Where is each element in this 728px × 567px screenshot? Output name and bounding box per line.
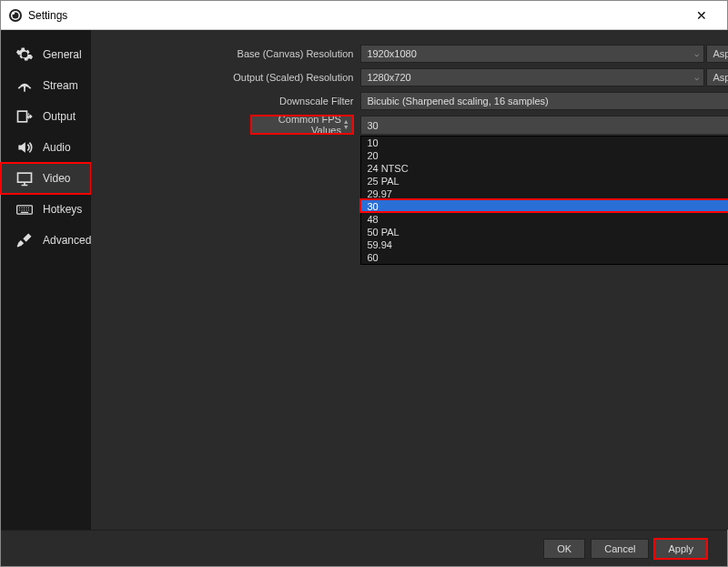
sidebar-item-label: General xyxy=(43,48,82,61)
fps-value: 30 xyxy=(367,120,378,131)
sidebar-item-audio[interactable]: Audio xyxy=(1,132,91,163)
sidebar: General Stream Output Audio Video Hotkey… xyxy=(1,30,91,530)
fps-option[interactable]: 20 xyxy=(361,149,728,162)
app-icon xyxy=(8,8,23,23)
fps-option-selected[interactable]: 30 xyxy=(361,200,728,213)
svg-rect-5 xyxy=(18,111,27,122)
svg-rect-6 xyxy=(18,173,32,182)
fps-option[interactable]: 59.94 xyxy=(361,238,728,251)
sidebar-item-hotkeys[interactable]: Hotkeys xyxy=(1,194,91,225)
fps-option[interactable]: 10 xyxy=(361,137,728,149)
base-resolution-dropdown[interactable]: 1920x1080 ⌵ xyxy=(360,45,704,63)
downscale-filter-label: Downscale Filter xyxy=(91,96,360,106)
output-icon xyxy=(15,107,34,126)
sidebar-item-label: Output xyxy=(43,110,76,123)
window-title: Settings xyxy=(28,9,683,22)
sidebar-item-stream[interactable]: Stream xyxy=(1,70,91,101)
ok-button[interactable]: OK xyxy=(543,539,585,559)
fps-option[interactable]: 48 xyxy=(361,213,728,226)
fps-mode-selector[interactable]: Common FPS Values ▲▼ xyxy=(251,116,353,134)
monitor-icon xyxy=(15,169,34,187)
sidebar-item-label: Audio xyxy=(43,141,71,154)
footer: OK Cancel Apply xyxy=(1,530,727,566)
window-body: General Stream Output Audio Video Hotkey… xyxy=(1,30,727,530)
output-resolution-dropdown[interactable]: 1280x720 ⌵ xyxy=(360,68,704,86)
cancel-button[interactable]: Cancel xyxy=(591,539,649,559)
apply-button[interactable]: Apply xyxy=(654,539,707,559)
sidebar-item-label: Hotkeys xyxy=(43,203,82,216)
output-aspect-ratio: Aspect Ratio16:9 xyxy=(706,68,728,86)
base-aspect-ratio: Aspect Ratio16:9 xyxy=(706,45,728,63)
sidebar-item-label: Advanced xyxy=(43,234,91,247)
sidebar-item-advanced[interactable]: Advanced xyxy=(1,225,91,256)
fps-option[interactable]: 50 PAL xyxy=(361,226,728,238)
downscale-filter-dropdown[interactable]: Bicubic (Sharpened scaling, 16 samples) … xyxy=(360,92,728,110)
downscale-filter-value: Bicubic (Sharpened scaling, 16 samples) xyxy=(367,96,548,106)
fps-option[interactable]: 25 PAL xyxy=(361,175,728,187)
close-icon[interactable]: ✕ xyxy=(683,8,720,23)
speaker-icon xyxy=(15,138,34,157)
sidebar-item-general[interactable]: General xyxy=(1,39,91,70)
sidebar-item-label: Video xyxy=(43,172,70,185)
gear-icon xyxy=(15,46,34,64)
output-resolution-value: 1280x720 xyxy=(367,72,410,83)
base-resolution-label: Base (Canvas) Resolution xyxy=(91,48,360,59)
signal-icon xyxy=(15,76,34,95)
fps-options-list[interactable]: 10 20 24 NTSC 25 PAL 29.97 30 48 50 PAL … xyxy=(360,136,728,265)
svg-point-3 xyxy=(12,11,15,14)
fps-option[interactable]: 24 NTSC xyxy=(361,162,728,175)
sidebar-item-video[interactable]: Video xyxy=(1,163,91,194)
spinner-icon: ▲▼ xyxy=(341,119,350,130)
chevron-down-icon: ⌵ xyxy=(691,46,702,62)
sidebar-item-output[interactable]: Output xyxy=(1,101,91,132)
fps-option[interactable]: 29.97 xyxy=(361,187,728,200)
base-resolution-value: 1920x1080 xyxy=(367,48,416,59)
fps-value-dropdown[interactable]: 30 ▲▼ xyxy=(360,116,728,134)
keyboard-icon xyxy=(15,200,34,218)
main-panel: Base (Canvas) Resolution 1920x1080 ⌵ Asp… xyxy=(91,30,728,530)
output-resolution-label: Output (Scaled) Resolution xyxy=(91,72,360,83)
fps-option[interactable]: 60 xyxy=(361,251,728,264)
titlebar: Settings ✕ xyxy=(1,1,727,30)
sidebar-item-label: Stream xyxy=(43,79,78,92)
chevron-down-icon: ⌵ xyxy=(691,69,702,86)
settings-window: Settings ✕ General Stream Output Audio xyxy=(0,0,728,567)
tools-icon xyxy=(15,231,34,249)
fps-mode-label: Common FPS Values xyxy=(258,114,341,136)
